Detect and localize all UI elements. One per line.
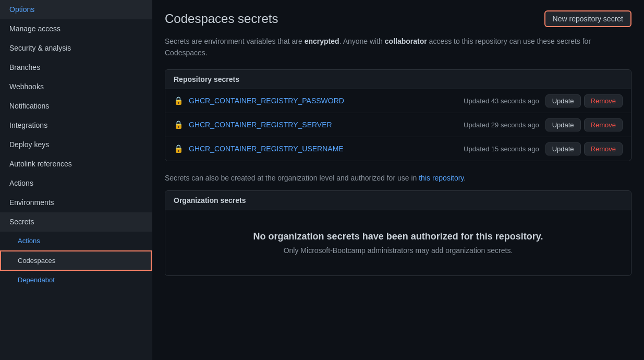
secret-updated-1: Updated 29 seconds ago — [464, 121, 539, 129]
lock-icon: 🔒 — [174, 144, 184, 153]
sidebar-item-actions[interactable]: Actions — [0, 174, 152, 193]
this-repository-link[interactable]: this repository — [419, 174, 464, 182]
sidebar-item-manage-access[interactable]: Manage access — [0, 19, 152, 39]
page-title: Codespaces secrets — [165, 11, 278, 26]
secret-name-1[interactable]: GHCR_CONTAINER_REGISTRY_SERVER — [189, 121, 464, 129]
sidebar-item-branches[interactable]: Branches — [0, 58, 152, 77]
org-empty-subtitle: Only Microsoft-Bootcamp administrators m… — [176, 246, 621, 255]
description-text: Secrets are environment variables that a… — [165, 35, 631, 59]
table-row: 🔒 GHCR_CONTAINER_REGISTRY_PASSWORD Updat… — [165, 89, 631, 113]
secret-name-0[interactable]: GHCR_CONTAINER_REGISTRY_PASSWORD — [189, 97, 464, 105]
remove-button-0[interactable]: Remove — [584, 94, 623, 107]
org-secrets-empty-state: No organization secrets have been author… — [165, 210, 631, 275]
new-repository-secret-button[interactable]: New repository secret — [544, 10, 631, 27]
sidebar: Options Manage access Security & analysi… — [0, 0, 152, 360]
sidebar-item-webhooks[interactable]: Webhooks — [0, 77, 152, 97]
remove-button-1[interactable]: Remove — [584, 118, 623, 131]
sidebar-item-notifications[interactable]: Notifications — [0, 97, 152, 116]
main-content: Codespaces secrets New repository secret… — [152, 0, 644, 360]
org-level-text: Secrets can also be created at the organ… — [165, 174, 631, 182]
sidebar-item-autolink-references[interactable]: Autolink references — [0, 154, 152, 174]
lock-icon: 🔒 — [174, 120, 184, 129]
secret-updated-0: Updated 43 seconds ago — [464, 97, 539, 105]
repository-secrets-section: Repository secrets 🔒 GHCR_CONTAINER_REGI… — [165, 69, 631, 161]
organization-secrets-header: Organization secrets — [165, 191, 631, 210]
sidebar-item-secrets[interactable]: Secrets — [0, 212, 152, 232]
sidebar-item-security-analysis[interactable]: Security & analysis — [0, 39, 152, 58]
secret-updated-2: Updated 15 seconds ago — [464, 145, 539, 153]
sidebar-item-secrets-dependabot[interactable]: Dependabot — [0, 271, 152, 290]
sidebar-item-environments[interactable]: Environments — [0, 193, 152, 212]
sidebar-item-secrets-actions[interactable]: Actions — [0, 232, 152, 250]
lock-icon: 🔒 — [174, 96, 184, 105]
table-row: 🔒 GHCR_CONTAINER_REGISTRY_SERVER Updated… — [165, 113, 631, 137]
main-header: Codespaces secrets New repository secret — [165, 10, 631, 27]
update-button-2[interactable]: Update — [545, 142, 581, 155]
organization-secrets-section: Organization secrets No organization sec… — [165, 190, 631, 276]
table-row: 🔒 GHCR_CONTAINER_REGISTRY_USERNAME Updat… — [165, 137, 631, 161]
org-empty-title: No organization secrets have been author… — [176, 231, 621, 242]
remove-button-2[interactable]: Remove — [584, 142, 623, 155]
sidebar-item-deploy-keys[interactable]: Deploy keys — [0, 135, 152, 154]
sidebar-item-secrets-codespaces[interactable]: Codespaces — [0, 250, 152, 271]
repository-secrets-header: Repository secrets — [165, 70, 631, 89]
secret-name-2[interactable]: GHCR_CONTAINER_REGISTRY_USERNAME — [189, 145, 464, 153]
update-button-1[interactable]: Update — [545, 118, 581, 131]
update-button-0[interactable]: Update — [545, 94, 581, 107]
sidebar-item-options[interactable]: Options — [0, 0, 152, 19]
sidebar-item-integrations[interactable]: Integrations — [0, 116, 152, 135]
